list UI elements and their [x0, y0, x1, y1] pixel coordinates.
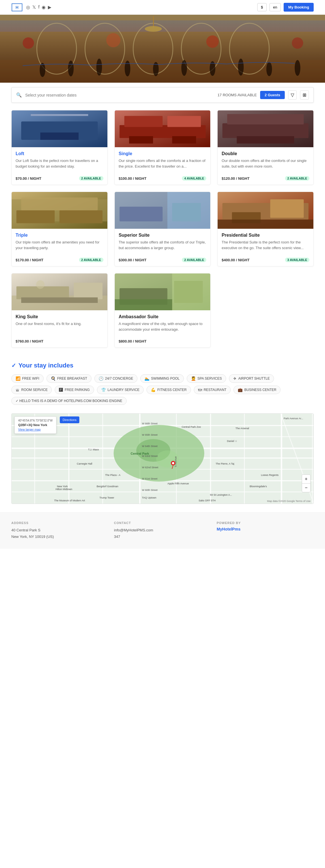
amenity-label-restaurant: RESTAURANT: [204, 388, 227, 392]
social-icon-instagram[interactable]: ◉: [42, 4, 46, 10]
rooms-grid: Loft Our Loft Suite is the pefect room f…: [11, 110, 314, 348]
svg-rect-49: [120, 207, 162, 221]
hero-image: [0, 15, 325, 83]
amenity-label-concierge: 24/7 CONCIERGE: [105, 376, 133, 380]
language-selector[interactable]: en: [269, 3, 281, 11]
room-body-triple: Triple Our triple room offers all the am…: [11, 229, 108, 266]
room-desc-presidential: The Presidential Suite is the perfect ro…: [221, 240, 309, 254]
svg-rect-58: [17, 286, 69, 300]
room-card-ambassador[interactable]: Ambassador Suite A magnificent view of t…: [115, 273, 211, 348]
amenity-label-pool: SWIMMING POOL: [151, 376, 180, 380]
room-badge-loft: 2 AVAILABLE: [79, 176, 104, 181]
room-card-king[interactable]: King Suite One of our finest rooms, it's…: [11, 273, 108, 348]
room-card-triple[interactable]: Triple Our triple room offers all the am…: [11, 192, 108, 267]
room-card-single[interactable]: Single Our single room offers all the co…: [115, 110, 211, 185]
svg-text:Daniel ☆: Daniel ☆: [227, 440, 237, 442]
room-footer-loft: $70.00 / NIGHT 2 AVAILABLE: [16, 176, 104, 181]
amenity-spa: 💆 SPA SERVICES: [187, 374, 226, 383]
room-desc-loft: Our Loft Suite is the pefect room for tr…: [16, 158, 104, 172]
room-image-superior: [115, 192, 210, 229]
my-booking-button[interactable]: My Booking: [284, 3, 314, 11]
social-icon-pin[interactable]: ◎: [26, 4, 30, 10]
svg-text:The Museum of Modern Art: The Museum of Modern Art: [54, 499, 85, 502]
svg-text:Bergdorf Goodman: Bergdorf Goodman: [97, 485, 118, 488]
room-card-presidential[interactable]: Presidential Suite The Presidential Suit…: [217, 192, 314, 267]
room-desc-ambassador: A magnificent view of the city, with eno…: [119, 321, 207, 335]
room-service-icon: 🛎: [16, 388, 20, 392]
svg-rect-38: [223, 123, 308, 138]
grid-view-button[interactable]: ⊞: [300, 90, 309, 100]
room-name-king: King Suite: [16, 314, 104, 319]
room-price-single: $100.00 / NIGHT: [119, 176, 147, 181]
svg-text:W 60th Street: W 60th Street: [142, 489, 158, 492]
parking-icon: 🅿: [59, 388, 63, 392]
amenity-room-service: 🛎 ROOM SERVICE: [11, 385, 52, 394]
room-name-loft: Loft: [16, 151, 104, 156]
svg-text:W 65th Street: W 65th Street: [142, 433, 158, 436]
currency-selector[interactable]: $: [257, 3, 267, 11]
footer-brand-link[interactable]: MyHotelPms: [217, 527, 314, 531]
svg-text:The Plaza - A: The Plaza - A: [105, 474, 120, 476]
svg-rect-29: [31, 114, 88, 116]
room-desc-single: Our single room offers all the comforts …: [119, 158, 207, 172]
header-left: H ◎ 𝕏 f ◉ ▶: [11, 3, 51, 11]
amenity-business-center: 💼 BUSINESS CENTER: [234, 385, 280, 394]
room-image-double: [217, 111, 314, 147]
directions-button[interactable]: Directions: [60, 416, 79, 423]
view-larger-map-link[interactable]: View larger map: [18, 428, 53, 431]
social-icon-youtube[interactable]: ▶: [48, 4, 51, 10]
spa-icon: 💆: [191, 376, 196, 381]
amenity-free-breakfast: 🍳 FREE BREAKFAST: [47, 374, 91, 383]
svg-rect-60: [21, 298, 98, 303]
footer-address: ADDRESS 40 Central Park SNew York, NY 10…: [11, 521, 108, 540]
svg-rect-43: [17, 210, 55, 223]
amenity-laundry: 👕 LAUNDRY SERVICE: [97, 385, 144, 394]
room-card-loft[interactable]: Loft Our Loft Suite is the pefect room f…: [11, 110, 108, 185]
demo-badge-text: ✓ HELLO THIS IS A DEMO OF HOTELPMS.COM B…: [16, 399, 122, 403]
search-bar: 🔍 17 ROOMS AVAILABLE 2 Guests ▽ ⊞: [11, 87, 314, 103]
svg-rect-67: [115, 299, 172, 310]
svg-text:W 64th Street: W 64th Street: [142, 445, 158, 447]
svg-text:Trump Tower: Trump Tower: [99, 496, 114, 499]
amenities-section: ✓ Your stay includes 📶 FREE WIFI 🍳 FREE …: [0, 356, 325, 413]
laundry-icon: 👕: [101, 388, 106, 392]
svg-rect-59: [74, 283, 102, 300]
svg-rect-35: [129, 136, 153, 144]
svg-rect-34: [167, 116, 201, 127]
map-plus-code: Q2BF+3Q New York: [18, 423, 53, 427]
svg-text:The Pierre, A Taj: The Pierre, A Taj: [216, 462, 234, 465]
room-badge-triple: 2 AVAILABLE: [79, 258, 104, 262]
search-input[interactable]: [25, 93, 214, 97]
amenity-label-laundry: LAUNDRY SERVICE: [108, 388, 140, 392]
svg-rect-54: [270, 199, 304, 218]
amenity-airport-shuttle: ✈ AIRPORT SHUTTLE: [229, 374, 274, 383]
amenities-title: ✓ Your stay includes: [11, 362, 314, 369]
business-icon: 💼: [238, 388, 242, 392]
map-copyright: Map data ©2020 Google Terms of Use: [267, 500, 311, 502]
filter-button[interactable]: ▽: [288, 90, 297, 100]
map-coordinates: 40°45'54.8"N 73°58'32.0"W: [18, 419, 53, 422]
social-icon-facebook[interactable]: f: [38, 4, 39, 10]
room-body-superior: Superior Suite The superior suite offers…: [115, 229, 210, 266]
guests-button[interactable]: 2 Guests: [260, 91, 285, 99]
footer-powered-label: POWERED BY: [217, 521, 314, 525]
room-body-single: Single Our single room offers all the co…: [115, 147, 210, 185]
zoom-in-button[interactable]: +: [302, 475, 310, 484]
amenities-grid: 📶 FREE WIFI 🍳 FREE BREAKFAST 🕐 24/7 CONC…: [11, 374, 314, 405]
room-name-single: Single: [119, 151, 207, 156]
room-footer-triple: $170.00 / NIGHT 2 AVAILABLE: [16, 258, 104, 262]
amenity-label-business: BUSINESS CENTER: [244, 388, 276, 392]
room-card-superior[interactable]: Superior Suite The superior suite offers…: [115, 192, 211, 267]
room-card-double[interactable]: Double Our double room offers all the co…: [217, 110, 314, 185]
room-body-king: King Suite One of our finest rooms, it's…: [11, 310, 108, 347]
concierge-icon: 🕐: [98, 376, 104, 381]
room-desc-triple: Our triple room offers all the amenities…: [16, 240, 104, 254]
check-icon: ✓: [11, 362, 16, 369]
svg-rect-30: [40, 132, 79, 140]
svg-text:Apple Fifth Avenue: Apple Fifth Avenue: [168, 482, 189, 485]
svg-text:Carnegie Hall: Carnegie Hall: [77, 462, 92, 465]
zoom-out-button[interactable]: −: [302, 484, 310, 492]
social-icon-twitter[interactable]: 𝕏: [32, 4, 36, 10]
room-image-single: [115, 111, 210, 147]
pool-icon: 🏊: [145, 376, 149, 381]
